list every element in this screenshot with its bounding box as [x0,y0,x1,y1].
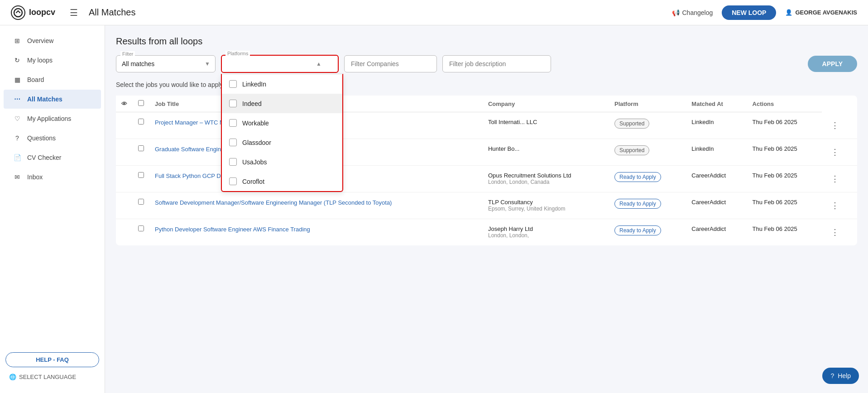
row-matched-at-4: Thu Feb 06 2025 [747,192,822,219]
th-actions: Actions [747,96,822,112]
top-right-actions: 📢 Changelog NEW LOOP 👤 GEORGE AVGENAKIS [672,5,858,20]
main-content: Results from all loops Filter All matche… [105,25,868,393]
row-company-4: TLP Consultancy Epsom, Surrey, United Ki… [483,192,609,219]
row-actions-1: ⋮ [822,112,857,139]
main-area: ⊞ Overview ↻ My loops ▦ Board ⋯ All Matc… [0,25,868,393]
company-name-2: Hunter Bo... [488,145,604,152]
page-title: All Matches [89,7,671,18]
logo-icon [11,5,25,20]
help-label: Help [838,372,851,379]
row-checkbox-2[interactable] [138,145,144,151]
help-faq-button[interactable]: HELP - FAQ [5,352,99,367]
platform-option-workable[interactable]: Workable [222,113,342,133]
sidebar-item-my-loops[interactable]: ↻ My loops [4,51,101,70]
more-actions-button-4[interactable]: ⋮ [827,199,843,212]
changelog-label: Changelog [682,9,713,16]
platform-option-indeed[interactable]: Indeed [222,94,342,113]
sidebar-item-questions[interactable]: ? Questions [4,129,101,148]
sidebar-item-label: My Applications [27,115,71,122]
row-check-4 [133,192,149,219]
platform-label-indeed: Indeed [242,100,262,107]
row-check-5 [133,219,149,245]
row-status-5: Ready to Apply [609,219,686,245]
row-check-3 [133,165,149,192]
logo-text: loopcv [29,8,55,17]
status-badge-3: Ready to Apply [614,172,661,182]
filter-job-description-input[interactable] [442,55,551,72]
more-actions-button-3[interactable]: ⋮ [827,172,843,186]
platforms-dropdown: LinkedIn Indeed Workable Glassdoor UsaJo… [221,74,343,192]
row-platform-3: CareerAddict [686,165,747,192]
questions-icon: ? [13,134,22,143]
row-matched-at-1: Thu Feb 06 2025 [747,112,822,139]
platform-label-linkedin: LinkedIn [242,81,266,88]
user-name: GEORGE AVGENAKIS [795,9,857,16]
platform-label-workable: Workable [242,120,269,127]
help-icon: ? [830,372,834,379]
select-all-checkbox[interactable] [138,100,144,106]
chevron-up-icon: ▲ [316,61,321,67]
location-5: London, London, [488,232,604,239]
platform-checkbox-coroflot[interactable] [229,177,237,185]
row-eye-5 [116,219,133,245]
more-actions-button-5[interactable]: ⋮ [827,225,843,239]
sidebar-item-all-matches[interactable]: ⋯ All Matches [4,90,101,109]
platform-checkbox-indeed[interactable] [229,100,237,107]
board-icon: ▦ [13,75,22,84]
platform-option-coroflot[interactable]: Coroflot [222,172,342,191]
sidebar: ⊞ Overview ↻ My loops ▦ Board ⋯ All Matc… [0,25,105,393]
platform-checkbox-glassdoor[interactable] [229,139,237,146]
row-eye-1 [116,112,133,139]
row-checkbox-1[interactable] [138,119,144,125]
more-actions-button-1[interactable]: ⋮ [827,119,843,132]
platforms-selected-text [227,60,229,67]
sidebar-item-label: Inbox [27,173,43,181]
row-checkbox-5[interactable] [138,225,144,231]
sidebar-item-inbox[interactable]: ✉ Inbox [4,168,101,187]
th-checkbox [133,96,149,112]
filter-companies-input[interactable] [344,55,437,72]
user-menu[interactable]: 👤 GEORGE AVGENAKIS [785,9,857,16]
filter-dropdown[interactable]: All matchesNew matchesAppliedRejected [116,55,216,72]
platform-checkbox-linkedin[interactable] [229,80,237,88]
row-eye-3 [116,165,133,192]
row-matched-at-5: Thu Feb 06 2025 [747,219,822,245]
row-checkbox-4[interactable] [138,199,144,205]
sidebar-item-overview[interactable]: ⊞ Overview [4,31,101,50]
platforms-options-list: LinkedIn Indeed Workable Glassdoor UsaJo… [222,74,342,191]
sidebar-item-cv-checker[interactable]: 📄 CV Checker [4,148,101,167]
row-checkbox-3[interactable] [138,172,144,178]
row-check-1 [133,112,149,139]
results-title: Results from all loops [116,36,857,47]
new-loop-button[interactable]: NEW LOOP [722,5,776,20]
platform-checkbox-usajobs[interactable] [229,158,237,166]
platform-checkbox-workable[interactable] [229,119,237,127]
platform-option-linkedin[interactable]: LinkedIn [222,74,342,94]
changelog-button[interactable]: 📢 Changelog [672,9,713,16]
platform-option-glassdoor[interactable]: Glassdoor [222,133,342,152]
row-company-1: Toll Internati... LLC [483,112,609,139]
platform-label-usajobs: UsaJobs [242,158,267,166]
apply-button[interactable]: APPLY [808,56,857,72]
row-status-3: Ready to Apply [609,165,686,192]
sidebar-item-my-applications[interactable]: ♡ My Applications [4,109,101,128]
location-3: London, London, Canada [488,179,604,185]
sidebar-item-board[interactable]: ▦ Board [4,70,101,89]
row-platform-4: CareerAddict [686,192,747,219]
filters-row: Filter All matchesNew matchesAppliedReje… [116,55,857,73]
app-layout: loopcv ☰ All Matches 📢 Changelog NEW LOO… [0,0,868,393]
status-badge-5: Ready to Apply [614,225,661,235]
platforms-label: Platforms [225,51,250,56]
select-language-button[interactable]: 🌐 SELECT LANGUAGE [5,372,99,382]
job-link-4[interactable]: Software Development Manager/Software En… [155,199,392,206]
platform-option-usajobs[interactable]: UsaJobs [222,152,342,172]
job-link-5[interactable]: Python Developer Software Engineer AWS F… [155,226,310,233]
platforms-dropdown-trigger[interactable]: ▲ [221,55,339,73]
row-title-5: Python Developer Software Engineer AWS F… [149,219,483,245]
row-check-2 [133,139,149,165]
globe-icon: 🌐 [9,374,16,380]
help-bubble[interactable]: ? Help [822,368,859,384]
status-badge-2: Supported [614,145,649,155]
more-actions-button-2[interactable]: ⋮ [827,145,843,159]
hamburger-button[interactable]: ☰ [70,7,78,18]
